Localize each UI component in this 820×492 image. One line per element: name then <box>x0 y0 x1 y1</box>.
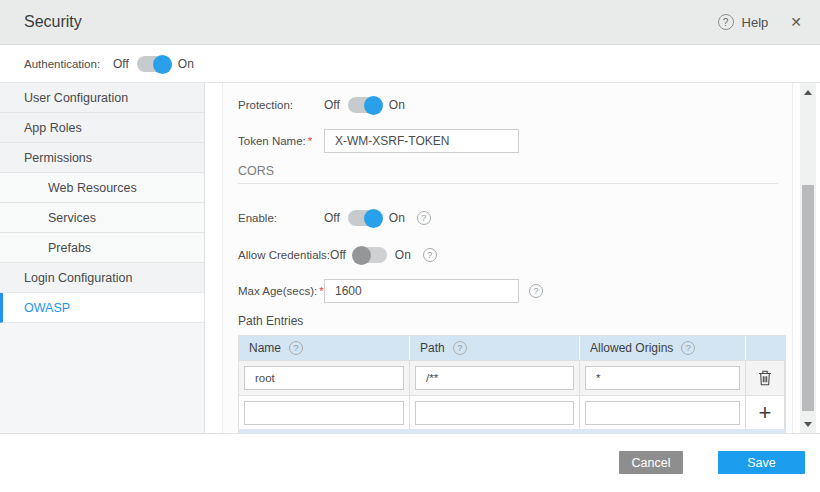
enable-label: Enable: <box>238 212 324 224</box>
max-age-label: Max Age(secs):* <box>238 285 324 297</box>
vertical-scrollbar <box>800 83 816 433</box>
help-icon[interactable]: ? <box>718 14 734 30</box>
column-header-actions <box>746 336 785 360</box>
path-column-help-icon[interactable]: ? <box>453 341 467 355</box>
cors-heading: CORS <box>238 163 778 179</box>
column-header-name: Name ? <box>239 336 410 360</box>
allowed-origins-column-help-icon[interactable]: ? <box>681 341 695 355</box>
add-row-icon[interactable]: + <box>759 402 772 424</box>
token-name-input[interactable] <box>324 129 519 153</box>
column-header-allowed-origins: Allowed Origins ? <box>580 336 746 360</box>
allow-credentials-toggle-group: Off On <box>330 247 411 263</box>
dialog-footer: Cancel Save <box>0 433 820 492</box>
enable-help-icon[interactable]: ? <box>417 211 431 225</box>
scroll-up-button[interactable] <box>800 85 816 99</box>
protection-off-label: Off <box>324 98 340 112</box>
toggle-knob <box>364 96 383 115</box>
protection-toggle-group: Off On <box>324 97 405 113</box>
allow-credentials-on-label: On <box>395 248 411 262</box>
max-age-input[interactable] <box>324 279 519 303</box>
page-title: Security <box>24 13 82 31</box>
protection-label: Protection: <box>238 99 324 111</box>
allow-credentials-label: Allow Credentials: <box>238 249 330 261</box>
protection-row: Protection: Off On <box>238 93 792 117</box>
table-row <box>239 360 785 395</box>
enable-off-label: Off <box>324 211 340 225</box>
sidebar: User Configuration App Roles Permissions… <box>0 83 205 433</box>
titlebar-actions: ? Help ✕ <box>718 14 802 30</box>
table-row: + <box>239 395 785 429</box>
token-name-row: Token Name:* <box>238 129 792 153</box>
cors-section-header: CORS <box>238 163 778 184</box>
triangle-up-icon <box>804 90 812 95</box>
row2-name-input[interactable] <box>244 401 404 425</box>
sidebar-item-web-resources[interactable]: Web Resources <box>0 173 204 203</box>
protection-on-label: On <box>389 98 405 112</box>
sidebar-item-services[interactable]: Services <box>0 203 204 233</box>
allow-credentials-off-label: Off <box>330 248 346 262</box>
triangle-down-icon <box>804 422 812 427</box>
title-bar: Security ? Help ✕ <box>0 0 820 45</box>
delete-row-icon[interactable] <box>758 370 772 386</box>
name-column-help-icon[interactable]: ? <box>289 341 303 355</box>
max-age-row: Max Age(secs):* ? <box>238 279 792 303</box>
owasp-settings-panel: Protection: Off On Token Name:* CORS Ena… <box>222 83 793 433</box>
authentication-off-label: Off <box>113 57 129 71</box>
row1-name-input[interactable] <box>244 366 404 390</box>
cancel-button[interactable]: Cancel <box>619 451 683 474</box>
cors-enable-row: Enable: Off On ? <box>238 206 792 230</box>
max-age-help-icon[interactable]: ? <box>529 284 543 298</box>
row2-path-input[interactable] <box>415 401 574 425</box>
sidebar-item-login-configuration[interactable]: Login Configuration <box>0 263 204 293</box>
security-dialog: Security ? Help ✕ Authentication: Off On… <box>0 0 820 492</box>
allow-credentials-help-icon[interactable]: ? <box>423 248 437 262</box>
authentication-label: Authentication: <box>24 58 113 70</box>
enable-toggle-group: Off On <box>324 210 405 226</box>
sidebar-item-user-configuration[interactable]: User Configuration <box>0 83 204 113</box>
enable-toggle[interactable] <box>348 210 381 226</box>
close-icon[interactable]: ✕ <box>790 14 802 30</box>
toggle-knob <box>352 246 371 265</box>
authentication-toggle-group: Off On <box>113 56 194 72</box>
sidebar-item-app-roles[interactable]: App Roles <box>0 113 204 143</box>
save-button[interactable]: Save <box>718 451 805 474</box>
row1-path-input[interactable] <box>415 366 574 390</box>
scroll-down-button[interactable] <box>800 417 816 431</box>
toggle-knob <box>364 209 383 228</box>
authentication-on-label: On <box>178 57 194 71</box>
authentication-bar: Authentication: Off On <box>0 46 820 83</box>
help-link[interactable]: Help <box>742 15 769 30</box>
path-entries-header: Name ? Path ? Allowed Origins ? <box>239 336 785 360</box>
authentication-toggle[interactable] <box>137 56 170 72</box>
path-entries-label: Path Entries <box>238 313 792 329</box>
row1-allowed-origins-input[interactable] <box>585 366 740 390</box>
sidebar-item-permissions[interactable]: Permissions <box>0 143 204 173</box>
path-entries-table: Name ? Path ? Allowed Origins ? <box>238 335 786 429</box>
scrollbar-thumb[interactable] <box>802 185 814 411</box>
required-mark: * <box>308 135 312 147</box>
enable-on-label: On <box>389 211 405 225</box>
token-name-label: Token Name:* <box>238 135 324 147</box>
row2-allowed-origins-input[interactable] <box>585 401 740 425</box>
protection-toggle[interactable] <box>348 97 381 113</box>
allow-credentials-toggle[interactable] <box>354 247 387 263</box>
dialog-body: User Configuration App Roles Permissions… <box>0 83 820 433</box>
sidebar-item-owasp[interactable]: OWASP <box>0 293 204 323</box>
toggle-knob <box>153 55 172 74</box>
sidebar-item-prefabs[interactable]: Prefabs <box>0 233 204 263</box>
column-header-path: Path ? <box>410 336 580 360</box>
allow-credentials-row: Allow Credentials: Off On ? <box>238 243 792 267</box>
